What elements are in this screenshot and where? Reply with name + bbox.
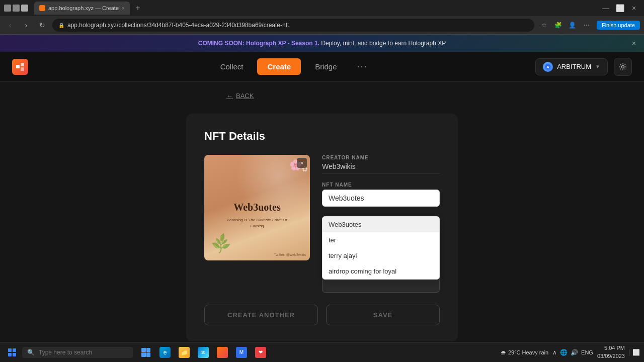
weather-widget[interactable]: 🌧 29°C Heavy rain [501, 349, 548, 355]
svg-point-5 [622, 65, 624, 68]
announcement-banner: COMING SOON: Holograph XP - Season 1. De… [0, 35, 644, 52]
refresh-button[interactable]: ↻ [36, 19, 48, 31]
tab-close-icon[interactable]: × [122, 6, 125, 11]
creator-name-label: CREATOR NAME [322, 155, 440, 160]
nft-image-container: 🌸 ✿ Web3uotes Learning Is The Ultimate F… [204, 155, 310, 293]
app-nav: Collect Create Bridge ··· [48, 57, 535, 76]
app3-icon: ❤ [255, 347, 266, 358]
new-tab-button[interactable]: + [132, 2, 144, 14]
window-close-button[interactable]: × [628, 2, 640, 14]
nft-title-text: Web3uotes Learning Is The Ultimate Form … [227, 202, 287, 228]
chevron-up-icon[interactable]: ∧ [552, 349, 557, 356]
start-button[interactable] [4, 344, 20, 360]
nav-create[interactable]: Create [257, 58, 301, 75]
taskbar-apps: e 📁 🛍 M ❤ [137, 343, 270, 361]
system-clock[interactable]: 5:04 PM 03/09/2023 [597, 344, 625, 360]
weather-icon: 🌧 [501, 349, 506, 355]
autocomplete-dropdown: Web3uotes ter terry ajayi airdrop coming… [322, 216, 440, 280]
remove-image-button[interactable]: × [297, 158, 307, 168]
autocomplete-item-1[interactable]: ter [323, 232, 439, 248]
holograph-icon [217, 347, 228, 358]
card-buttons: CREATE ANOTHER SAVE [204, 305, 440, 325]
create-another-button[interactable]: CREATE ANOTHER [204, 305, 318, 325]
nft-name-input[interactable] [322, 190, 440, 207]
profile-button[interactable]: 👤 [567, 19, 579, 31]
window-icon3 [21, 5, 28, 12]
network-selector[interactable]: A ARBITRUM ▼ [535, 58, 608, 75]
taskview-button[interactable] [137, 343, 155, 361]
nft-details-card: NFT Details 🌸 ✿ Web3uotes Learning Is Th… [186, 114, 458, 341]
app3-taskbar[interactable]: ❤ [252, 343, 270, 361]
show-desktop-button[interactable]: ⬜ [629, 349, 640, 356]
browser-chrome: app.holograph.xyz — Create × + — ⬜ × ‹ ›… [0, 0, 644, 35]
autocomplete-item-3[interactable]: airdrop coming for loyal [323, 263, 439, 279]
back-nav: ← BACK [186, 92, 458, 108]
folder-icon: 📁 [179, 347, 190, 358]
windows-logo-icon [8, 348, 16, 356]
window-icon2 [13, 5, 20, 12]
autocomplete-item-2[interactable]: terry ajayi [323, 248, 439, 263]
leaf-decoration: 🌿 [212, 236, 230, 252]
nft-subtitle-display: Learning Is The Ultimate Form OfEarning [227, 217, 287, 228]
weather-text: 29°C Heavy rain [508, 349, 548, 355]
taskbar-search-bar[interactable]: 🔍 [22, 347, 133, 358]
taskbar-system: 🌧 29°C Heavy rain ∧ 🌐 🔊 ENG 5:04 PM 03/0… [501, 344, 640, 360]
card-body: 🌸 ✿ Web3uotes Learning Is The Ultimate F… [204, 155, 440, 293]
network-icon[interactable]: 🌐 [560, 349, 568, 356]
arbitrum-icon: A [543, 62, 553, 72]
nft-name-display: Web3uotes [227, 202, 287, 213]
banner-title: COMING SOON: Holograph XP - Season 1. [198, 40, 319, 47]
forward-browser-button[interactable]: › [20, 19, 32, 31]
back-button[interactable]: ← BACK [226, 92, 458, 100]
extensions-button[interactable]: 🧩 [552, 19, 565, 31]
app2-taskbar[interactable]: M [232, 343, 251, 361]
nav-collect[interactable]: Collect [210, 58, 254, 75]
system-tray-icons: ∧ 🌐 🔊 ENG [552, 349, 593, 356]
address-text: app.holograph.xyz/collections/34d4b87f-b… [67, 22, 289, 29]
taskbar-search-input[interactable] [39, 349, 119, 356]
browser-actions: ☆ 🧩 👤 ⋯ [538, 19, 593, 31]
lock-icon: 🔒 [58, 23, 64, 28]
svg-text:A: A [546, 65, 549, 69]
nft-image-inner: 🌸 ✿ Web3uotes Learning Is The Ultimate F… [204, 155, 310, 260]
address-bar[interactable]: 🔒 app.holograph.xyz/collections/34d4b87f… [52, 19, 534, 32]
app2-icon: M [236, 347, 247, 358]
app-header: Collect Create Bridge ··· A ARBITRUM ▼ [0, 52, 644, 82]
banner-close-button[interactable]: × [632, 39, 636, 47]
autocomplete-item-0[interactable]: Web3uotes [323, 217, 439, 232]
active-tab[interactable]: app.holograph.xyz — Create × [34, 2, 130, 15]
back-label: BACK [236, 92, 254, 100]
back-browser-button[interactable]: ‹ [4, 19, 16, 31]
volume-icon[interactable]: 🔊 [571, 349, 578, 356]
edge-icon: e [159, 347, 171, 358]
store-icon: 🛍 [198, 347, 209, 358]
tab-label: app.holograph.xyz — Create [48, 5, 119, 11]
window-icon [4, 5, 11, 12]
tab-bar: app.holograph.xyz — Create × + — ⬜ × [0, 0, 644, 16]
nav-more-button[interactable]: ··· [351, 57, 374, 76]
bookmark-button[interactable]: ☆ [538, 19, 550, 31]
edge-browser-taskbar[interactable]: e [156, 343, 174, 361]
minimize-button[interactable]: — [600, 2, 612, 14]
file-explorer-taskbar[interactable]: 📁 [175, 343, 193, 361]
browser-menu-button[interactable]: ⋯ [581, 19, 593, 31]
app-logo[interactable] [12, 59, 28, 75]
card-title: NFT Details [204, 130, 440, 143]
store-taskbar[interactable]: 🛍 [194, 343, 212, 361]
app1-taskbar[interactable] [213, 343, 231, 361]
date-display: 03/09/2023 [597, 352, 625, 360]
svg-rect-0 [16, 65, 20, 68]
svg-rect-1 [21, 63, 24, 66]
settings-button[interactable] [614, 58, 632, 76]
nft-fields: CREATOR NAME Web3wikis NFT NAME Web3uote… [322, 155, 440, 293]
creator-name-value: Web3wikis [322, 162, 440, 174]
finish-update-button[interactable]: Finish update [597, 21, 640, 30]
chevron-down-icon: ▼ [595, 64, 600, 69]
back-arrow-icon: ← [226, 92, 233, 100]
network-name: ARBITRUM [557, 63, 591, 70]
save-button[interactable]: SAVE [326, 305, 440, 325]
taskbar: 🔍 e 📁 🛍 M ❤ [0, 342, 644, 362]
banner-text: COMING SOON: Holograph XP - Season 1. De… [198, 40, 446, 47]
restore-button[interactable]: ⬜ [614, 2, 626, 14]
nav-bridge[interactable]: Bridge [305, 58, 347, 75]
